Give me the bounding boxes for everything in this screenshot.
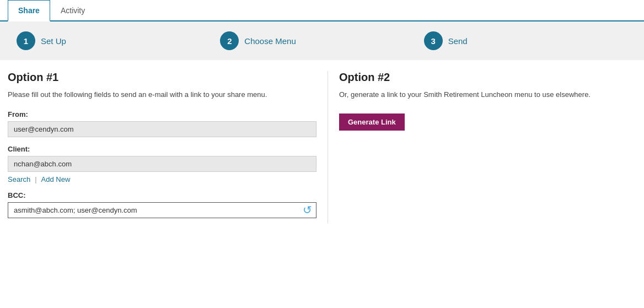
client-links: Search | Add New — [8, 175, 316, 183]
add-new-link[interactable]: Add New — [41, 175, 71, 183]
client-label: Client: — [8, 145, 316, 153]
step-1-label: Set Up — [41, 36, 66, 46]
tab-bar: Share Activity — [0, 0, 644, 21]
from-input[interactable] — [8, 121, 316, 137]
option2-description: Or, generate a link to your Smith Retire… — [339, 89, 636, 100]
step-3-circle: 3 — [424, 31, 443, 50]
step-2-label: Choose Menu — [244, 36, 296, 46]
client-input[interactable] — [8, 156, 316, 172]
main-content: Option #1 Please fill out the following … — [0, 71, 644, 224]
stepper: 1 Set Up 2 Choose Menu 3 Send — [0, 21, 644, 60]
step-1-circle: 1 — [17, 31, 35, 50]
step-2: 2 Choose Menu — [220, 31, 423, 50]
tab-activity[interactable]: Activity — [50, 0, 95, 21]
link-separator: | — [35, 175, 36, 183]
step-2-circle: 2 — [220, 31, 239, 50]
tab-share[interactable]: Share — [8, 0, 50, 21]
bcc-input-wrapper: ↺ — [8, 202, 316, 218]
option2-title: Option #2 — [339, 71, 636, 84]
bcc-input[interactable] — [8, 202, 316, 218]
option2-column: Option #2 Or, generate a link to your Sm… — [328, 71, 636, 224]
step-1: 1 Set Up — [17, 31, 220, 50]
step-3: 3 Send — [424, 31, 627, 50]
option1-title: Option #1 — [8, 71, 316, 84]
step-3-label: Send — [448, 36, 468, 46]
option1-column: Option #1 Please fill out the following … — [8, 71, 328, 224]
from-label: From: — [8, 110, 316, 118]
search-link[interactable]: Search — [8, 175, 30, 183]
option1-description: Please fill out the following fields to … — [8, 89, 316, 100]
bcc-label: BCC: — [8, 191, 316, 199]
generate-link-button[interactable]: Generate Link — [339, 114, 405, 131]
